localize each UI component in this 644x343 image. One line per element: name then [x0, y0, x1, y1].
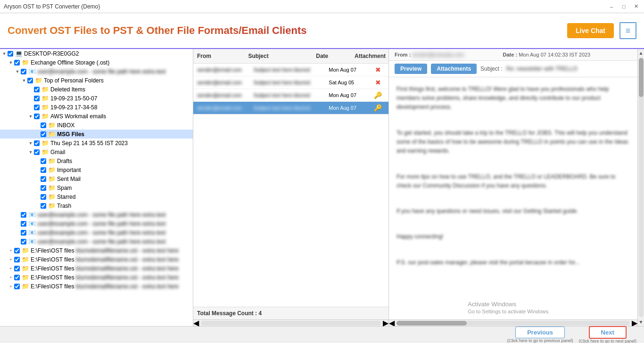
- maximize-button[interactable]: □: [619, 2, 628, 11]
- tree-expander-10[interactable]: ▼: [28, 141, 33, 146]
- tree-item-7[interactable]: ▼📁AWS Workmail emails: [0, 112, 193, 121]
- tree-icon-6: 📁: [41, 104, 49, 111]
- tree-label-6: 19-09-23 17-34-58: [50, 104, 97, 111]
- tree-item-19[interactable]: 📧user@example.com - some file path here …: [0, 219, 193, 228]
- vscroll-up-arrow[interactable]: ▲: [639, 49, 644, 57]
- tree-item-18[interactable]: 📧user@example.com - some file path here …: [0, 210, 193, 219]
- tree-item-24[interactable]: +📁E:\Files\OST files blurredemailfilenam…: [0, 264, 193, 273]
- message-row-2[interactable]: sender@email.comSubject text here blurre…: [193, 89, 388, 102]
- attachments-button[interactable]: Attachments: [431, 64, 477, 74]
- tree-item-22[interactable]: +📁E:\Files\OST files blurredemailfilenam…: [0, 246, 193, 255]
- vscroll-down-arrow[interactable]: ▼: [639, 318, 644, 326]
- right-vscrollbar[interactable]: ▲ ▼: [637, 49, 644, 326]
- tree-icon-18: 📧: [28, 211, 36, 218]
- scroll-left-arrow[interactable]: ◀: [193, 318, 199, 327]
- menu-button[interactable]: ≡: [619, 22, 636, 39]
- tree-checkbox-20[interactable]: [21, 230, 26, 236]
- mid-scrollbar[interactable]: ◀ ▶: [193, 319, 388, 326]
- tree-item-10[interactable]: ▼📁Thu Sep 21 14 35 55 IST 2023: [0, 139, 193, 147]
- tree-item-3[interactable]: ▼📁Top of Personal Folders: [0, 76, 193, 85]
- tree-item-21[interactable]: 📧user@example.com - some file path here …: [0, 237, 193, 246]
- tree-expander-26[interactable]: +: [8, 284, 13, 289]
- message-row-1[interactable]: sender@email.comSubject text here blurre…: [193, 76, 388, 89]
- tree-item-0[interactable]: ▼💻DESKTOP-R3E0GG2: [0, 49, 193, 58]
- tree-item-17[interactable]: 📁Trash: [0, 201, 193, 210]
- tree-checkbox-0[interactable]: [8, 51, 13, 57]
- tree-item-5[interactable]: 📁19-09-23 15-50-07: [0, 94, 193, 103]
- column-attachment[interactable]: Attachment: [351, 51, 388, 61]
- close-button[interactable]: ✕: [632, 2, 640, 11]
- right-scroll-left[interactable]: ◀: [389, 318, 395, 326]
- tree-checkbox-10[interactable]: [34, 140, 40, 146]
- column-subject[interactable]: Subject: [244, 51, 312, 61]
- tree-item-13[interactable]: 📁Important: [0, 165, 193, 174]
- tree-checkbox-25[interactable]: [14, 275, 20, 280]
- tree-checkbox-14[interactable]: [41, 176, 46, 182]
- tree-expander-1[interactable]: ▼: [8, 60, 13, 65]
- tree-checkbox-18[interactable]: [21, 212, 26, 218]
- tree-checkbox-26[interactable]: [14, 284, 20, 289]
- tree-expander-23[interactable]: +: [8, 257, 13, 262]
- tree-item-11[interactable]: ▼📁Gmail: [0, 147, 193, 156]
- tree-checkbox-5[interactable]: [34, 96, 40, 101]
- tree-item-26[interactable]: +📁E:\Files\OST files blurredemailfilenam…: [0, 282, 193, 291]
- tree-expander-3[interactable]: ▼: [22, 78, 26, 83]
- tree-item-9[interactable]: 📁MSG Files: [0, 130, 193, 139]
- tree-checkbox-3[interactable]: [27, 78, 33, 83]
- tree-checkbox-11[interactable]: [34, 149, 40, 155]
- tree-expander-0[interactable]: ▼: [2, 51, 7, 56]
- minimize-button[interactable]: –: [607, 2, 616, 11]
- right-scrollbar[interactable]: ◀ ▶: [389, 319, 637, 326]
- right-scroll-right[interactable]: ▶: [632, 318, 637, 326]
- tree-item-25[interactable]: +📁E:\Files\OST files blurredemailfilenam…: [0, 273, 193, 282]
- live-chat-button[interactable]: Live Chat: [567, 23, 614, 38]
- tree-item-6[interactable]: 📁19-09-23 17-34-58: [0, 103, 193, 112]
- tree-item-15[interactable]: 📁Spam: [0, 183, 193, 192]
- tree-label-9: MSG Files: [57, 131, 84, 138]
- tree-checkbox-16[interactable]: [41, 194, 46, 200]
- msg-subject-3: Subject text here blurred: [250, 104, 325, 112]
- message-row-0[interactable]: sender@email.comSubject text here blurre…: [193, 64, 388, 76]
- tree-checkbox-7[interactable]: [34, 114, 40, 119]
- tree-label-0: DESKTOP-R3E0GG2: [24, 50, 79, 57]
- tree-checkbox-22[interactable]: [14, 248, 20, 253]
- tree-checkbox-17[interactable]: [41, 203, 46, 209]
- tree-item-4[interactable]: 📁Deleted Items: [0, 85, 193, 94]
- tree-expander-22[interactable]: +: [8, 248, 13, 253]
- preview-button[interactable]: Preview: [395, 64, 427, 74]
- scroll-right-arrow[interactable]: ▶: [383, 318, 388, 327]
- tree-item-23[interactable]: +📁E:\Files\OST files blurredemailfilenam…: [0, 255, 193, 264]
- column-from[interactable]: From: [193, 51, 244, 61]
- tree-expander-24[interactable]: +: [8, 266, 13, 271]
- tree-item-1[interactable]: ▼📁Exchange Offline Storage (.ost): [0, 58, 193, 67]
- tree-item-2[interactable]: ▼📧user@example.com - some file path here…: [0, 67, 193, 76]
- tree-checkbox-24[interactable]: [14, 266, 20, 271]
- tree-checkbox-9[interactable]: [41, 131, 46, 137]
- tree-checkbox-19[interactable]: [21, 221, 26, 227]
- column-date[interactable]: Date: [312, 51, 351, 61]
- tree-item-14[interactable]: 📁Sent Mail: [0, 174, 193, 183]
- tree-checkbox-15[interactable]: [41, 185, 46, 191]
- tree-expander-2[interactable]: ▼: [15, 69, 20, 74]
- message-row-3[interactable]: sender@email.comSubject text here blurre…: [193, 102, 388, 114]
- tree-item-12[interactable]: 📁Drafts: [0, 156, 193, 165]
- tree-checkbox-2[interactable]: [21, 69, 26, 74]
- message-list: sender@email.comSubject text here blurre…: [193, 64, 388, 307]
- tree-checkbox-12[interactable]: [41, 158, 46, 164]
- tree-checkbox-4[interactable]: [34, 87, 40, 92]
- tree-checkbox-1[interactable]: [14, 60, 20, 65]
- tree-expander-25[interactable]: +: [8, 275, 13, 280]
- previous-button[interactable]: Previous: [515, 327, 565, 338]
- tree-checkbox-13[interactable]: [41, 167, 46, 173]
- tree-item-8[interactable]: 📁INBOX: [0, 121, 193, 130]
- tree-item-20[interactable]: 📧user@example.com - some file path here …: [0, 228, 193, 237]
- next-button[interactable]: Next: [589, 326, 627, 339]
- tree-icon-23: 📁: [22, 256, 29, 263]
- tree-checkbox-6[interactable]: [34, 105, 40, 110]
- tree-checkbox-23[interactable]: [14, 257, 20, 262]
- tree-checkbox-21[interactable]: [21, 239, 26, 245]
- tree-expander-7[interactable]: ▼: [28, 114, 33, 119]
- tree-item-16[interactable]: 📁Starred: [0, 192, 193, 201]
- tree-checkbox-8[interactable]: [41, 122, 46, 128]
- tree-expander-11[interactable]: ▼: [28, 150, 33, 155]
